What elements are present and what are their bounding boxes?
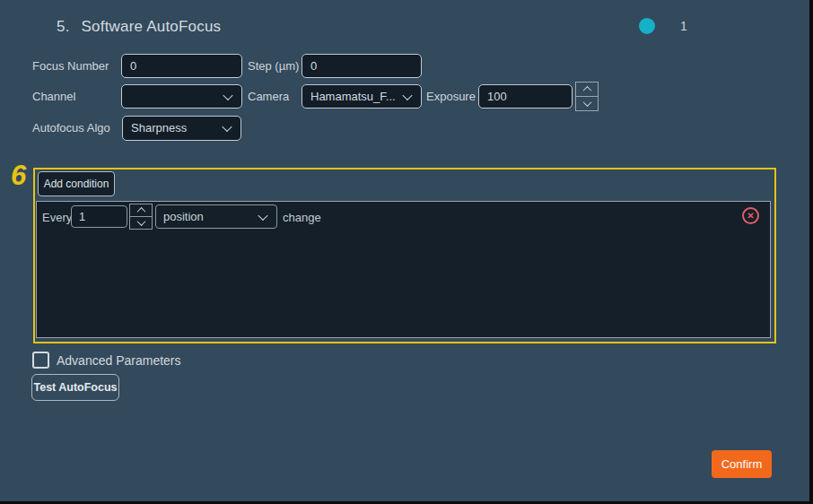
- confirm-button[interactable]: Confirm: [712, 450, 772, 478]
- channel-select[interactable]: [121, 84, 242, 109]
- software-autofocus-dialog: 5. Software AutoFocus 1 Focus Number Ste…: [0, 0, 813, 504]
- advanced-parameters-checkbox[interactable]: [32, 352, 49, 369]
- chevron-down-icon: [222, 122, 232, 132]
- advanced-parameters-label: Advanced Parameters: [57, 353, 181, 368]
- focus-number-label: Focus Number: [32, 54, 109, 78]
- exposure-input[interactable]: [478, 84, 573, 109]
- exposure-stepper: [575, 82, 599, 111]
- chevron-up-icon: [136, 207, 145, 216]
- condition-list-panel: Every position change ✕: [36, 201, 771, 338]
- chevron-down-icon: [136, 217, 145, 226]
- delete-condition-button[interactable]: ✕: [742, 207, 759, 224]
- annotation-marker-6: 6: [11, 160, 26, 192]
- condition-type-select-value: position: [163, 210, 204, 223]
- page-title-text: Software AutoFocus: [82, 18, 222, 36]
- condition-prefix-label: Every: [42, 206, 72, 229]
- camera-select[interactable]: Hamamatsu_F...: [302, 84, 422, 109]
- chevron-down-icon: [258, 210, 267, 220]
- condition-count-input[interactable]: [71, 205, 127, 228]
- exposure-stepper-up-button[interactable]: [576, 83, 598, 97]
- close-icon: ✕: [747, 211, 754, 221]
- camera-label: Camera: [248, 84, 289, 109]
- status-dot-icon: [639, 18, 655, 34]
- autofocus-algo-select[interactable]: Sharpness: [122, 116, 241, 141]
- condition-suffix-label: change: [283, 206, 321, 229]
- chevron-up-icon: [582, 86, 591, 95]
- condition-row: Every position change ✕: [37, 202, 770, 232]
- chevron-down-icon: [402, 90, 412, 100]
- condition-type-select[interactable]: position: [155, 204, 277, 229]
- condition-section-highlight: Add condition Every position change ✕: [33, 168, 776, 343]
- condition-count-stepper: [129, 204, 153, 230]
- camera-select-value: Hamamatsu_F...: [310, 90, 396, 103]
- exposure-stepper-down-button[interactable]: [576, 97, 598, 111]
- autofocus-algo-select-value: Sharpness: [131, 121, 187, 135]
- step-label: Step (µm): [248, 54, 299, 78]
- add-condition-button[interactable]: Add condition: [38, 171, 115, 196]
- focus-number-input[interactable]: [121, 54, 242, 78]
- channel-label: Channel: [32, 84, 75, 109]
- test-autofocus-button[interactable]: Test AutoFocus: [31, 374, 119, 401]
- status-count: 1: [680, 19, 687, 33]
- chevron-down-icon: [582, 98, 591, 107]
- page-title-number: 5.: [57, 18, 70, 36]
- autofocus-algo-label: Autofocus Algo: [32, 116, 110, 140]
- page-title: 5. Software AutoFocus: [57, 18, 221, 36]
- step-input[interactable]: [302, 54, 422, 78]
- condition-count-down-button[interactable]: [130, 217, 152, 230]
- condition-count-up-button[interactable]: [130, 204, 152, 217]
- exposure-label: Exposure: [426, 84, 476, 109]
- chevron-down-icon: [223, 90, 232, 100]
